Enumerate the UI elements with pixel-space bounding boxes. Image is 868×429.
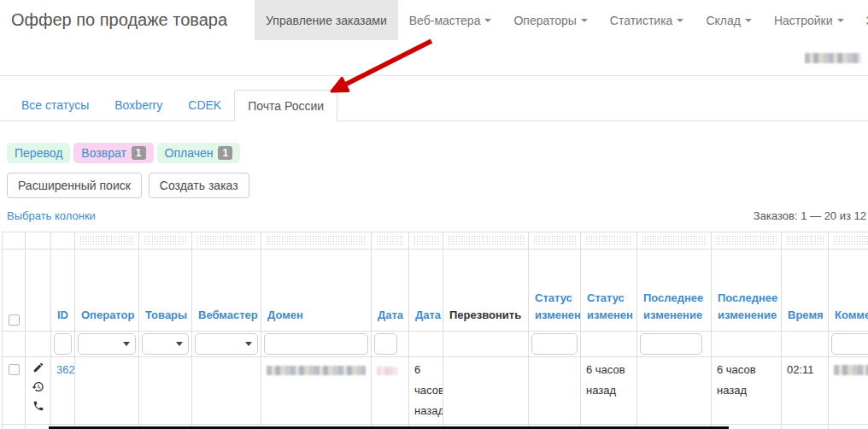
column-grip[interactable]	[833, 235, 868, 246]
caret-down-icon	[245, 342, 252, 346]
status-tab[interactable]: Почта России	[234, 90, 337, 121]
column-header-status_changed1[interactable]: Статус изменен	[529, 250, 581, 332]
status-badge[interactable]: Перевод	[7, 143, 70, 163]
create-order-button[interactable]: Создать заказ	[149, 173, 249, 198]
filter-select-operator[interactable]	[78, 333, 136, 355]
column-header-last_change1[interactable]: Последнее изменение	[637, 250, 712, 332]
grip-cell	[261, 232, 372, 250]
status-tab[interactable]: CDEK	[175, 90, 234, 120]
column-grip[interactable]	[642, 235, 707, 246]
column-grip[interactable]	[716, 235, 777, 246]
grip-cell	[409, 232, 443, 250]
grip-cell	[139, 232, 192, 250]
cell-domain	[261, 357, 372, 425]
grip-cell	[75, 232, 139, 250]
column-header-id[interactable]: ID	[51, 250, 75, 332]
nav-item[interactable]: Задачи	[855, 0, 868, 40]
caret-down-icon	[484, 19, 491, 22]
filter-cell	[581, 332, 637, 357]
nav-item[interactable]: Операторы	[502, 0, 598, 40]
row-select-checkbox[interactable]	[9, 364, 20, 375]
filter-input-id[interactable]	[54, 333, 72, 355]
nav-item-label: Склад	[706, 14, 741, 27]
column-header-products[interactable]: Товары	[139, 250, 192, 332]
cell-actions	[26, 425, 51, 429]
column-header-last_change2[interactable]: Последнее изменение	[712, 250, 782, 332]
caret-down-icon	[745, 19, 752, 22]
filter-input-status_changed1[interactable]	[531, 333, 578, 355]
nav-item[interactable]: Управление заказами	[255, 0, 398, 40]
column-header-date1[interactable]: Дата	[372, 250, 409, 332]
column-header-domain[interactable]: Домен	[261, 250, 372, 332]
nav-item-label: Операторы	[513, 14, 576, 27]
nav-item[interactable]: Статистика	[599, 0, 695, 40]
filter-input-comment[interactable]	[831, 333, 868, 355]
advanced-search-button[interactable]: Расширенный поиск	[7, 173, 142, 198]
column-header-date2[interactable]: Дата	[409, 250, 443, 332]
nav-item[interactable]: Склад	[695, 0, 763, 40]
filter-input-date1[interactable]	[374, 333, 397, 355]
cell-operator	[75, 357, 139, 425]
order-id-link[interactable]: 362	[56, 363, 75, 376]
column-grip[interactable]	[144, 235, 187, 246]
nav-item[interactable]: Настройки	[763, 0, 855, 40]
column-header-label: Товары	[145, 309, 187, 321]
edit-icon[interactable]	[32, 361, 44, 373]
status-tabs: Все статусыBoxberryCDEKПочта России	[0, 90, 868, 121]
column-grip[interactable]	[448, 235, 524, 246]
column-grip[interactable]	[79, 235, 134, 246]
column-grip[interactable]	[196, 235, 256, 246]
cell-webmaster	[192, 357, 261, 425]
select-all-checkbox[interactable]	[9, 314, 20, 326]
column-header-webmaster[interactable]: Вебмастер	[192, 250, 261, 332]
column-header-status_changed2[interactable]: Статус изменен	[581, 250, 637, 332]
status-badge-count: 1	[218, 146, 232, 160]
column-grip[interactable]	[266, 235, 367, 246]
grip-cell	[26, 232, 51, 250]
cell-status_changed2: 6 часов назад	[581, 357, 637, 425]
user-row	[0, 40, 868, 76]
status-tab[interactable]: Boxberry	[102, 90, 175, 120]
filter-cell	[637, 332, 712, 357]
status-badge[interactable]: Возврат1	[73, 143, 153, 163]
filter-input-last_change1[interactable]	[640, 333, 702, 355]
filter-cell	[51, 332, 75, 357]
column-header-comment[interactable]: Комментарий	[829, 250, 868, 332]
column-grip[interactable]	[585, 235, 632, 246]
column-grip[interactable]	[413, 235, 438, 246]
column-grip[interactable]	[786, 235, 824, 246]
grip-cell	[51, 232, 75, 250]
table-row: 3626 часов назад6 часов назад6 часов наз…	[3, 357, 868, 425]
grip-cell	[829, 232, 868, 250]
phone-icon[interactable]	[32, 400, 44, 412]
column-header-operator[interactable]: Оператор	[75, 250, 139, 332]
filter-cell	[75, 332, 139, 357]
filter-input-domain[interactable]	[264, 333, 368, 355]
status-badge-label: Перевод	[15, 146, 62, 160]
row-actions	[31, 360, 45, 412]
column-grip[interactable]	[376, 235, 404, 246]
caret-down-icon	[176, 342, 183, 346]
cell-select	[3, 425, 26, 429]
column-header-label: Статус изменен	[587, 291, 633, 321]
columns-row: Выбрать колонки Заказов: 1 — 20 из 12	[7, 209, 866, 222]
filter-select-products[interactable]	[142, 333, 189, 355]
column-header-label: Комментарий	[835, 309, 868, 321]
comment-redacted	[834, 365, 868, 375]
orders-table: IDОператорТоварыВебмастерДоменДатаДатаПе…	[2, 232, 868, 429]
grip-cell	[443, 232, 529, 250]
cell-comment	[829, 357, 868, 425]
nav-item-label: Настройки	[774, 14, 833, 27]
username-redacted[interactable]	[805, 53, 861, 63]
filter-select-webmaster[interactable]	[195, 333, 258, 355]
grip-cell	[192, 232, 261, 250]
column-header-time[interactable]: Время	[782, 250, 829, 332]
nav-item[interactable]: Веб-мастера	[398, 0, 503, 40]
column-header-label: Дата	[378, 309, 403, 321]
column-header-label: Оператор	[81, 309, 134, 321]
status-badge[interactable]: Оплачен1	[157, 143, 241, 163]
status-tab[interactable]: Все статусы	[9, 90, 102, 120]
column-grip[interactable]	[533, 235, 576, 246]
history-icon[interactable]	[32, 380, 44, 393]
select-columns-link[interactable]: Выбрать колонки	[7, 209, 96, 222]
